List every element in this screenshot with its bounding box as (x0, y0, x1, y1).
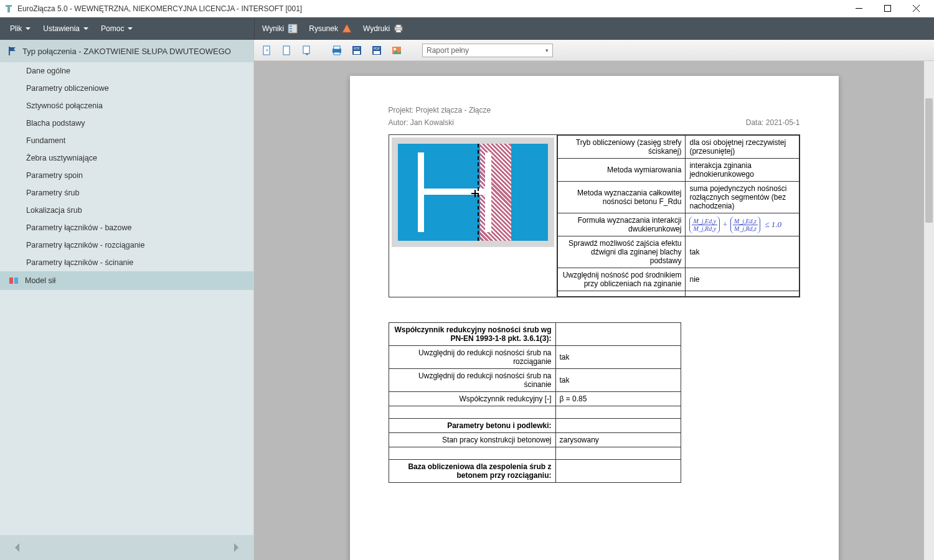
svg-rect-0 (6, 5, 12, 7)
save-rtf-button[interactable]: RTF (350, 44, 364, 57)
sidebar-item[interactable]: Dane ogólne (0, 62, 253, 80)
svg-rect-20 (334, 46, 340, 49)
params-block: Tryb obliczeniowy (zasięg strefy ściskan… (389, 134, 800, 297)
sidebar-footer (0, 535, 253, 560)
svg-rect-13 (9, 278, 13, 284)
chevron-down-icon (83, 27, 88, 30)
page-down-button[interactable] (300, 44, 314, 57)
sidebar-item[interactable]: Blacha podstawy (0, 114, 253, 132)
report-date: Data: 2021-05-1 (746, 118, 800, 127)
print-icon (394, 24, 403, 34)
sidebar-item[interactable]: Żebra usztywniające (0, 149, 253, 167)
drawing-icon (342, 24, 352, 34)
page-button[interactable] (280, 44, 294, 57)
menubar: Plik Ustawienia Pomoc Wyniki Rysunek Wyd… (0, 17, 934, 40)
sidebar: Typ połączenia - ZAKOTWIENIE SŁUPA DWUTE… (0, 40, 254, 560)
svg-text:PDF: PDF (374, 47, 380, 50)
sidebar-item-selected[interactable]: Model sił (0, 271, 253, 290)
report-project: Projekt: Projekt złącza - Złącze (389, 106, 800, 114)
svg-rect-3 (884, 6, 890, 12)
chevron-down-icon (26, 27, 31, 30)
sidebar-item[interactable]: Parametry obliczeniowe (0, 80, 253, 97)
report-page: Projekt: Projekt złącza - Złącze Autor: … (350, 76, 839, 560)
content-area: + RTF PDF Raport pełny ▾ Projekt: Projek… (254, 40, 934, 560)
svg-rect-7 (290, 30, 292, 32)
coefficients-table: Współczynnik redukcyjny nośności śrub wg… (389, 322, 681, 483)
svg-rect-23 (354, 51, 360, 54)
title-bar: EuroZłącza 5.0 - WEWNĘTRZNA, NIEKOMERCYJ… (0, 0, 934, 17)
close-button[interactable] (902, 0, 930, 17)
svg-rect-21 (334, 52, 340, 55)
svg-text:+: + (265, 47, 268, 54)
menu-plik[interactable]: Plik (4, 17, 37, 40)
svg-marker-8 (342, 24, 351, 32)
svg-rect-6 (290, 28, 292, 29)
save-pdf-button[interactable]: PDF (370, 44, 384, 57)
menu-rysunek[interactable]: Rysunek (309, 24, 352, 34)
svg-rect-5 (290, 26, 292, 27)
report-viewer[interactable]: Projekt: Projekt złącza - Złącze Autor: … (254, 61, 934, 560)
svg-rect-1 (7, 7, 10, 12)
scroll-thumb[interactable] (925, 98, 933, 223)
prev-button[interactable] (10, 540, 25, 555)
menu-ustawienia[interactable]: Ustawienia (37, 17, 95, 40)
diagram-cell (389, 135, 557, 297)
report-toolbar: + RTF PDF Raport pełny ▾ (254, 40, 934, 61)
svg-rect-2 (856, 8, 862, 9)
new-page-button[interactable]: + (260, 44, 274, 57)
sidebar-item[interactable]: Parametry łączników - rozciąganie (0, 236, 253, 254)
menu-pomoc[interactable]: Pomoc (95, 17, 139, 40)
svg-text:RTF: RTF (354, 47, 360, 50)
svg-point-29 (394, 48, 396, 50)
svg-rect-26 (374, 51, 380, 54)
chevron-down-icon: ▾ (545, 47, 549, 54)
vertical-scrollbar[interactable] (924, 61, 934, 560)
menu-wyniki[interactable]: Wyniki (262, 24, 298, 34)
image-button[interactable] (390, 44, 403, 57)
sidebar-item[interactable]: Parametry śrub (0, 184, 253, 202)
sidebar-item[interactable]: Sztywność połączenia (0, 97, 253, 114)
sidebar-item[interactable]: Parametry łączników - ścinanie (0, 254, 253, 271)
next-button[interactable] (229, 540, 243, 555)
svg-rect-18 (303, 46, 309, 54)
connection-diagram (398, 144, 548, 241)
window-title: EuroZłącza 5.0 - WEWNĘTRZNA, NIEKOMERCYJ… (17, 4, 844, 13)
flag-icon (7, 46, 17, 56)
sidebar-item[interactable]: Fundament (0, 132, 253, 149)
sidebar-item[interactable]: Lokalizacja śrub (0, 202, 253, 219)
svg-rect-10 (396, 25, 401, 27)
print-button[interactable] (330, 44, 344, 57)
model-icon (9, 276, 19, 286)
svg-rect-11 (396, 30, 401, 32)
sidebar-item[interactable]: Parametry spoin (0, 167, 253, 184)
chevron-down-icon (128, 27, 133, 30)
app-icon (4, 4, 14, 14)
svg-rect-17 (283, 46, 290, 55)
report-type-select[interactable]: Raport pełny ▾ (422, 44, 553, 57)
svg-rect-14 (14, 278, 18, 284)
report-author: Autor: Jan Kowalski (389, 118, 454, 127)
maximize-button[interactable] (873, 0, 902, 17)
menu-wydruki[interactable]: Wydruki (363, 24, 403, 34)
results-icon (288, 24, 298, 34)
sidebar-item[interactable]: Parametry łączników - bazowe (0, 219, 253, 236)
sidebar-header[interactable]: Typ połączenia - ZAKOTWIENIE SŁUPA DWUTE… (0, 40, 253, 62)
svg-rect-12 (9, 47, 10, 55)
minimize-button[interactable] (844, 0, 873, 17)
